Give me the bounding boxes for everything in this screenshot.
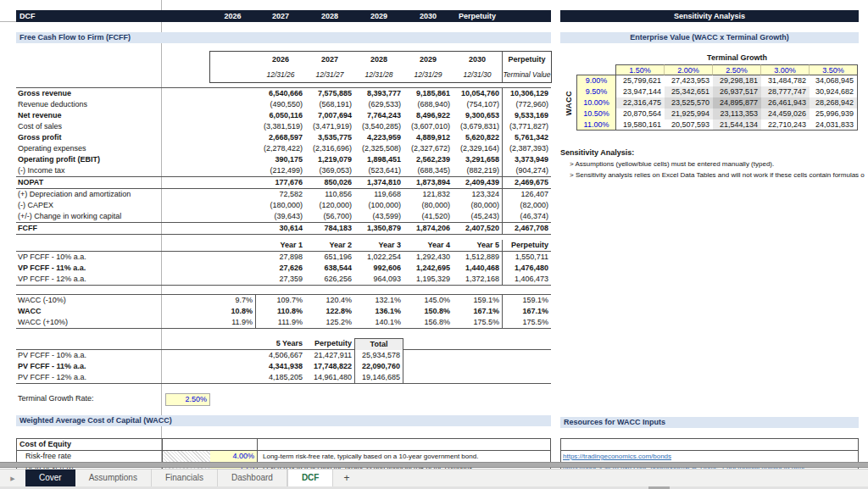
cell[interactable]: 2,668,597 — [256, 132, 305, 143]
matrix-row-header[interactable]: 10.50% — [576, 108, 616, 119]
matrix-cell[interactable]: 26,461,943 — [761, 97, 810, 108]
cell[interactable]: 126,407 — [502, 189, 551, 200]
cell[interactable]: 125.2% — [305, 317, 354, 328]
matrix-cell[interactable]: 21,925,994 — [665, 108, 713, 119]
cell[interactable]: 7,575,885 — [305, 88, 354, 99]
cell[interactable]: 156.8% — [403, 317, 453, 328]
matrix-cell[interactable]: 31,484,782 — [761, 75, 810, 86]
matrix-cell[interactable]: 21,544,134 — [713, 119, 761, 131]
cell[interactable]: (41,520) — [403, 211, 453, 222]
cell[interactable]: 121,832 — [403, 189, 453, 200]
cell[interactable]: 27,898 — [256, 252, 305, 263]
cell[interactable]: 4,185,205 — [256, 372, 305, 383]
cell[interactable]: (2,278,422) — [256, 143, 305, 154]
cell[interactable]: 2,409,439 — [453, 177, 502, 188]
cell[interactable]: 167.1% — [453, 306, 502, 317]
matrix-cell[interactable]: 30,924,682 — [810, 86, 858, 97]
cell[interactable]: (45,243) — [453, 211, 502, 222]
cell[interactable]: (56,700) — [305, 211, 354, 222]
cell[interactable]: 1,512,889 — [453, 252, 502, 263]
cell[interactable]: 1,898,451 — [354, 154, 403, 165]
matrix-cell[interactable]: 23,113,353 — [713, 108, 761, 119]
matrix-cell[interactable]: 24,031,833 — [810, 119, 858, 131]
cell[interactable]: 992,606 — [354, 263, 403, 274]
cell[interactable]: 19,146,685 — [354, 372, 403, 383]
cell[interactable]: 2,407,520 — [453, 223, 502, 234]
matrix-col-header[interactable]: 3.00% — [761, 64, 810, 75]
cell[interactable]: 651,196 — [305, 252, 354, 263]
cell[interactable]: (80,000) — [453, 200, 502, 211]
cell[interactable]: 638,544 — [305, 263, 354, 274]
cell[interactable]: 111.9% — [256, 317, 305, 328]
cell[interactable]: 145.0% — [403, 295, 453, 306]
cell[interactable]: 175.5% — [502, 317, 551, 328]
matrix-row-header[interactable]: 9.00% — [576, 75, 616, 86]
cell[interactable]: 4,506,667 — [256, 350, 305, 361]
tab-cover[interactable]: Cover — [25, 470, 75, 487]
cell[interactable]: (688,345) — [403, 165, 453, 176]
cell[interactable]: (39,643) — [256, 211, 305, 222]
cell[interactable]: 109.7% — [256, 295, 305, 306]
matrix-cell[interactable]: 24,895,877 — [713, 97, 761, 108]
cell[interactable]: (80,000) — [403, 200, 453, 211]
cell[interactable]: (2,316,696) — [305, 143, 354, 154]
cell[interactable]: 177,676 — [256, 177, 305, 188]
cell[interactable]: 9,300,653 — [453, 110, 502, 121]
matrix-col-header[interactable]: 1.50% — [616, 64, 665, 75]
cell[interactable]: 8,496,922 — [403, 110, 453, 121]
cell[interactable]: (688,940) — [403, 99, 453, 110]
cell[interactable]: 1,219,079 — [305, 154, 354, 165]
cell[interactable]: (3,679,831) — [453, 121, 502, 132]
cell[interactable]: 4,223,959 — [354, 132, 403, 143]
cell[interactable]: 5,761,342 — [502, 132, 551, 143]
cell[interactable]: 390,175 — [256, 154, 305, 165]
cell[interactable]: (43,599) — [354, 211, 403, 222]
cell[interactable]: 140.1% — [354, 317, 403, 328]
cell[interactable]: 110,856 — [305, 189, 354, 200]
cell[interactable]: (212,499) — [256, 165, 305, 176]
cell[interactable]: 14,961,480 — [305, 372, 354, 383]
cell[interactable]: 10,054,760 — [453, 88, 502, 99]
cell[interactable]: 1,874,206 — [403, 223, 453, 234]
cell[interactable]: (3,540,285) — [354, 121, 403, 132]
cell[interactable]: 9,185,861 — [403, 88, 453, 99]
cell[interactable]: 1,873,894 — [403, 177, 453, 188]
cell[interactable]: 27,626 — [256, 263, 305, 274]
matrix-cell[interactable]: 27,423,953 — [665, 75, 713, 86]
cell[interactable]: 1,374,810 — [354, 177, 403, 188]
cell[interactable]: (523,641) — [354, 165, 403, 176]
matrix-cell[interactable]: 19,580,161 — [616, 119, 665, 131]
cell[interactable]: (754,107) — [453, 99, 502, 110]
cell[interactable]: 8,393,777 — [354, 88, 403, 99]
cell[interactable]: (490,550) — [256, 99, 305, 110]
cell[interactable]: 7,764,243 — [354, 110, 403, 121]
cell[interactable]: 1,022,254 — [354, 252, 403, 263]
cell[interactable]: (629,533) — [354, 99, 403, 110]
cell[interactable]: 2,467,708 — [502, 223, 551, 234]
cell[interactable]: 784,183 — [305, 223, 354, 234]
matrix-cell[interactable]: 26,937,517 — [713, 86, 761, 97]
cell[interactable]: 7,007,694 — [305, 110, 354, 121]
cell[interactable]: (2,325,508) — [354, 143, 403, 154]
cell[interactable]: 21,427,911 — [305, 350, 354, 361]
matrix-col-header[interactable]: 2.50% — [713, 64, 761, 75]
cell[interactable]: 159.1% — [502, 295, 551, 306]
input-cell[interactable]: 4.00% — [210, 451, 257, 462]
cell[interactable]: 167.1% — [502, 306, 551, 317]
cell[interactable]: 110.8% — [256, 306, 305, 317]
cell[interactable]: 4,341,938 — [256, 361, 305, 372]
cell[interactable]: (3,471,919) — [305, 121, 354, 132]
tab-dashboard[interactable]: Dashboard — [218, 470, 287, 487]
cell[interactable]: 9,533,169 — [502, 110, 551, 121]
cell[interactable]: 1,195,329 — [403, 274, 453, 285]
cell[interactable]: 3,291,658 — [453, 154, 502, 165]
matrix-col-header[interactable]: 3.50% — [810, 64, 858, 75]
cell[interactable]: (3,607,010) — [403, 121, 453, 132]
cell[interactable]: (100,000) — [354, 200, 403, 211]
cell[interactable]: (3,381,519) — [256, 121, 305, 132]
tab-dcf[interactable]: DCF — [287, 470, 334, 487]
cell[interactable]: 1,476,480 — [502, 263, 551, 274]
cell[interactable]: 2,469,675 — [502, 177, 551, 188]
hyperlink[interactable]: https://tradingeconomics.com/bonds — [563, 451, 858, 462]
cell[interactable]: 10,306,129 — [502, 88, 551, 99]
